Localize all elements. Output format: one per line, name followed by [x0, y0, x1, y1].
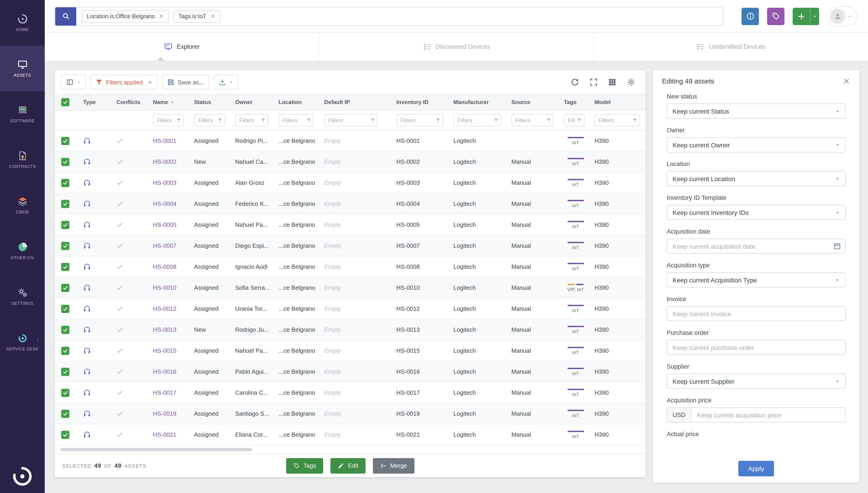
column-header-inventory_id[interactable]: Inventory ID [392, 94, 449, 110]
tab-discovered-devices[interactable]: Discovered Devices [319, 33, 594, 61]
filter-chip[interactable]: Location.is:Office Belgrano [82, 10, 169, 23]
row-checkbox[interactable] [61, 325, 69, 334]
column-header-source[interactable]: Source [507, 94, 559, 110]
column-header-tags[interactable]: Tags [559, 94, 590, 110]
asset-name-link[interactable]: HS-0021 [153, 431, 177, 438]
invoice-input[interactable] [667, 306, 846, 321]
filter-input-owner[interactable] [235, 114, 268, 126]
filter-input-name[interactable] [153, 114, 184, 126]
table-row[interactable]: HS-0007AssignedDiego Espi......ce Belgra… [55, 235, 646, 256]
owner-select[interactable]: Keep current Owner [667, 137, 846, 152]
table-row[interactable]: HS-0015AssignedNahuel Pa......ce Belgran… [55, 340, 646, 361]
table-row[interactable]: HS-0021AssignedEliana Cor......ce Belgra… [55, 424, 646, 445]
export-button[interactable] [214, 75, 239, 89]
table-row[interactable]: HS-0002NewNahuel Ca......ce BelgranoEmpt… [55, 151, 646, 172]
account-menu[interactable] [827, 6, 857, 26]
sidebar-item-other-cis[interactable]: OTHER CIs [0, 228, 45, 274]
tab-explorer[interactable]: Explorer [45, 33, 319, 61]
acquisition-price-input[interactable] [691, 408, 845, 422]
filter-input-source[interactable] [511, 114, 554, 126]
inventory-id-template-select[interactable]: Keep current Inventory IDs [667, 205, 846, 220]
add-asset-button[interactable] [793, 7, 810, 25]
row-checkbox[interactable] [61, 179, 69, 187]
scrollbar-thumb[interactable] [60, 448, 252, 451]
fullscreen-button[interactable] [589, 78, 598, 87]
filter-input-location[interactable] [278, 114, 314, 126]
asset-name-link[interactable]: HS-0005 [153, 221, 177, 228]
column-header-name[interactable]: Name [148, 94, 189, 110]
apply-button[interactable]: Apply [738, 461, 774, 476]
asset-name-link[interactable]: HS-0019 [153, 410, 177, 417]
supplier-select[interactable]: Keep current Supplier [667, 374, 846, 389]
sidebar-item-cmdb[interactable]: CMDB [0, 183, 45, 228]
filter-input-tags[interactable] [564, 114, 584, 126]
row-checkbox[interactable] [61, 346, 69, 355]
table-row[interactable]: HS-0013NewRodrigo Ju......ce BelgranoEmp… [55, 319, 646, 340]
search-bar[interactable]: Location.is:Office BelgranoTags.is:IoT [55, 7, 723, 26]
row-checkbox[interactable] [61, 367, 69, 376]
asset-name-link[interactable]: HS-0016 [153, 368, 177, 375]
row-checkbox[interactable] [61, 409, 69, 418]
info-button[interactable] [742, 7, 759, 25]
table-row[interactable]: HS-0017AssignedCarolina C......ce Belgra… [55, 382, 646, 403]
column-header-status[interactable]: Status [189, 94, 231, 110]
table-row[interactable]: HS-0001AssignedRodrigo Pi......ce Belgra… [55, 130, 646, 151]
filter-input-default_ip[interactable] [324, 114, 378, 126]
row-checkbox[interactable] [61, 221, 69, 229]
sidebar-item-software[interactable]: SOFTWARE [0, 91, 45, 137]
search-button[interactable] [55, 7, 76, 25]
save-as-button[interactable]: Save as... [162, 75, 209, 89]
asset-name-link[interactable]: HS-0002 [153, 158, 177, 165]
table-row[interactable]: HS-0016AssignedPablo Agui......ce Belgra… [55, 361, 646, 382]
table-row[interactable]: HS-0019AssignedSantiago S......ce Belgra… [55, 403, 646, 424]
asset-name-link[interactable]: HS-0003 [153, 179, 177, 186]
asset-name-link[interactable]: HS-0008 [153, 263, 177, 270]
row-checkbox[interactable] [61, 430, 69, 439]
asset-name-link[interactable]: HS-0017 [153, 389, 177, 396]
purchase-order-input[interactable] [667, 340, 846, 355]
sidebar-item-assets[interactable]: ASSETS [0, 46, 45, 91]
add-asset-split-button[interactable] [793, 7, 819, 25]
asset-name-link[interactable]: HS-0010 [153, 284, 177, 291]
column-header-type[interactable]: Type [79, 94, 112, 110]
sidebar-item-service-desk[interactable]: SERVICE DESK› [0, 319, 45, 365]
filter-input-status[interactable] [194, 114, 225, 126]
row-checkbox[interactable] [61, 158, 69, 166]
table-views-button[interactable] [61, 75, 86, 89]
column-header-owner[interactable]: Owner [231, 94, 274, 110]
row-checkbox[interactable] [61, 283, 69, 292]
sidebar-item-settings[interactable]: SETTINGS [0, 274, 45, 319]
select-all-checkbox[interactable] [61, 98, 69, 106]
column-header-location[interactable]: Location [274, 94, 319, 110]
sidebar-item-home[interactable]: HOME [0, 0, 45, 46]
sidebar-item-contracts[interactable]: CONTRACTS [0, 137, 45, 183]
asset-name-link[interactable]: HS-0004 [153, 200, 177, 207]
column-header-model[interactable]: Model [590, 94, 646, 110]
row-checkbox[interactable] [61, 388, 69, 397]
refresh-button[interactable] [570, 78, 579, 87]
clear-filters-icon[interactable] [147, 80, 152, 85]
tags-manager-button[interactable] [767, 7, 784, 25]
row-checkbox[interactable] [61, 263, 69, 271]
remove-chip-icon[interactable] [210, 14, 215, 19]
acquisition-date-input[interactable] [667, 239, 846, 254]
calendar-icon[interactable] [833, 242, 841, 250]
table-row[interactable]: HS-0008AssignedIgnacio Audi...ce Belgran… [55, 256, 646, 277]
asset-name-link[interactable]: HS-0007 [153, 242, 177, 249]
acquisition-type-select[interactable]: Keep current Acquisition Type [667, 272, 846, 287]
remove-chip-icon[interactable] [159, 14, 164, 19]
location-select[interactable]: Keep current Location [667, 171, 846, 186]
filter-input-inventory_id[interactable] [396, 114, 443, 126]
table-row[interactable]: HS-0005AssignedNahuel Pa......ce Belgran… [55, 214, 646, 235]
add-asset-menu-button[interactable] [810, 7, 819, 25]
table-row[interactable]: HS-0012AssignedUrania Tor......ce Belgra… [55, 298, 646, 319]
row-checkbox[interactable] [61, 200, 69, 208]
asset-name-link[interactable]: HS-0013 [153, 326, 177, 333]
filter-chip[interactable]: Tags.is:IoT [173, 10, 220, 23]
table-row[interactable]: HS-0004AssignedFederico K......ce Belgra… [55, 193, 646, 214]
column-header-conflicts[interactable]: Conflicts [112, 94, 148, 110]
new-status-select[interactable]: Keep current Status [667, 104, 846, 119]
filter-input-model[interactable] [595, 114, 640, 126]
edit-button[interactable]: Edit [331, 458, 366, 473]
row-checkbox[interactable] [61, 304, 69, 313]
